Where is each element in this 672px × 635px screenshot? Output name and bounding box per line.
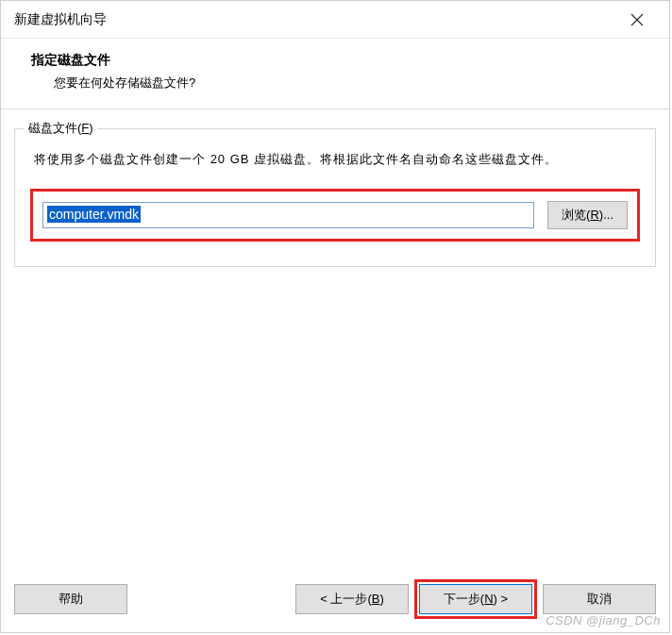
file-row-highlight: computer.vmdk 浏览(R)...: [30, 189, 640, 242]
close-icon: [630, 13, 644, 26]
cancel-button[interactable]: 取消: [543, 584, 656, 614]
input-selected-text: computer.vmdk: [47, 206, 141, 223]
close-button[interactable]: [618, 1, 656, 39]
next-button-highlight: 下一步(N) >: [414, 579, 537, 619]
page-subtitle: 您要在何处存储磁盘文件?: [31, 75, 648, 92]
page-title: 指定磁盘文件: [31, 52, 648, 69]
wizard-window: 新建虚拟机向导 指定磁盘文件 您要在何处存储磁盘文件? 磁盘文件(F) 将使用多…: [0, 0, 670, 633]
back-button[interactable]: < 上一步(B): [295, 584, 409, 614]
footer-buttons: 帮助 < 上一步(B) 下一步(N) > 取消: [1, 570, 669, 632]
titlebar: 新建虚拟机向导: [1, 1, 669, 39]
disk-file-group: 磁盘文件(F) 将使用多个磁盘文件创建一个 20 GB 虚拟磁盘。将根据此文件名…: [14, 128, 656, 267]
help-button[interactable]: 帮助: [14, 584, 127, 614]
next-button[interactable]: 下一步(N) >: [419, 584, 532, 614]
content-area: 磁盘文件(F) 将使用多个磁盘文件创建一个 20 GB 虚拟磁盘。将根据此文件名…: [1, 109, 669, 570]
group-label: 磁盘文件(F): [25, 120, 97, 137]
browse-button[interactable]: 浏览(R)...: [547, 201, 628, 229]
wizard-header: 指定磁盘文件 您要在何处存储磁盘文件?: [1, 39, 669, 109]
disk-file-input[interactable]: computer.vmdk: [42, 202, 534, 228]
window-title: 新建虚拟机向导: [14, 11, 618, 28]
group-description: 将使用多个磁盘文件创建一个 20 GB 虚拟磁盘。将根据此文件名自动命名这些磁盘…: [30, 148, 640, 172]
